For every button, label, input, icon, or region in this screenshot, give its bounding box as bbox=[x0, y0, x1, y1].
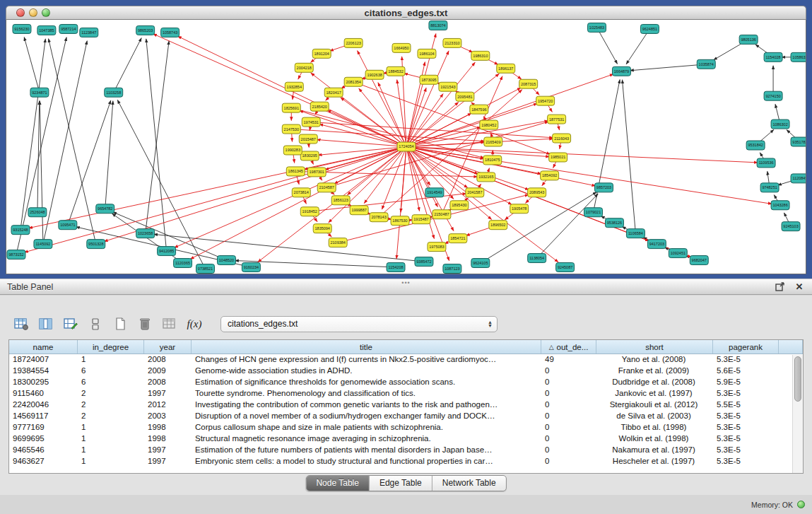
graph-node[interactable]: 1047385 bbox=[37, 25, 56, 35]
graph-edge[interactable] bbox=[153, 34, 406, 147]
scrollbar-thumb[interactable] bbox=[794, 356, 801, 402]
graph-node[interactable]: 1990283 bbox=[283, 146, 302, 155]
column-header-short[interactable]: short bbox=[596, 340, 713, 354]
graph-node[interactable]: 1103258 bbox=[105, 88, 123, 97]
table-cell[interactable]: 5.3E-5 bbox=[713, 388, 779, 399]
graph-node[interactable]: 1048520 bbox=[217, 256, 235, 265]
graph-node[interactable]: 1023658 bbox=[136, 229, 155, 238]
graph-node[interactable]: 2087315 bbox=[519, 79, 538, 88]
graph-edge[interactable] bbox=[175, 147, 406, 248]
table-cell[interactable]: Tibbo et al. (1998) bbox=[596, 422, 713, 433]
hub-node[interactable]: 1724054 bbox=[397, 142, 416, 151]
graph-node[interactable]: 2123310 bbox=[443, 38, 461, 47]
network-window-titlebar[interactable]: citations_edges.txt bbox=[6, 6, 806, 20]
graph-node[interactable]: 9865203 bbox=[136, 25, 155, 35]
function-builder-icon[interactable]: f(x) bbox=[184, 314, 204, 334]
table-cell[interactable]: Structural magnetic resonance image aver… bbox=[192, 433, 541, 445]
graph-node[interactable]: 9385472 bbox=[415, 257, 433, 267]
table-cell[interactable]: 1 bbox=[78, 456, 144, 467]
graph-edge[interactable] bbox=[364, 147, 406, 204]
table-row[interactable]: 946554611997Estimation of the future num… bbox=[9, 445, 803, 456]
zoom-window-button[interactable] bbox=[42, 8, 50, 17]
graph-node[interactable]: 1043286 bbox=[771, 201, 789, 210]
table-cell[interactable]: 5.3E-5 bbox=[713, 445, 779, 456]
table-row[interactable]: 1872400712008Changes of HCN gene express… bbox=[9, 354, 803, 366]
graph-node[interactable]: 1830295 bbox=[300, 151, 319, 160]
table-cell[interactable]: 5.3E-5 bbox=[713, 433, 779, 445]
graph-node[interactable]: 2015487 bbox=[299, 134, 317, 144]
table-cell[interactable]: 0 bbox=[541, 377, 596, 388]
graph-edge[interactable] bbox=[537, 194, 599, 258]
table-cell[interactable]: 6 bbox=[78, 366, 144, 377]
table-cell[interactable]: Nakamura et al. (1997) bbox=[596, 445, 713, 456]
graph-node[interactable]: 1854092 bbox=[541, 171, 559, 180]
graph-edge[interactable] bbox=[396, 147, 406, 259]
table-cell[interactable]: 1997 bbox=[144, 445, 192, 456]
table-row[interactable]: 2242004622012Investigating the contribut… bbox=[9, 399, 803, 411]
graph-node[interactable]: 1095471 bbox=[59, 221, 77, 230]
network-graph[interactable]: 1724054188453219026382081354182041721854… bbox=[6, 20, 806, 274]
table-cell[interactable]: Corpus callosum shape and size in male p… bbox=[192, 422, 541, 433]
graph-edge[interactable] bbox=[406, 147, 772, 204]
graph-edge[interactable] bbox=[406, 62, 475, 146]
table-cell[interactable]: Yano et al. (2008) bbox=[596, 354, 713, 366]
graph-node[interactable]: 9245087 bbox=[556, 263, 575, 272]
table-cell[interactable]: de Silva et al. (2003) bbox=[596, 411, 713, 422]
graph-node[interactable]: 2165409 bbox=[484, 137, 502, 146]
graph-edge[interactable] bbox=[40, 101, 43, 244]
table-cell[interactable]: 5.3E-5 bbox=[713, 354, 779, 366]
graph-node[interactable]: 1058743 bbox=[161, 28, 180, 37]
graph-node[interactable]: 9624851 bbox=[640, 24, 659, 33]
table-cell[interactable]: 22420046 bbox=[9, 399, 78, 411]
table-cell[interactable]: 2 bbox=[78, 399, 144, 411]
graph-node[interactable]: 1154208 bbox=[387, 263, 405, 272]
table-cell[interactable]: 0 bbox=[541, 366, 596, 377]
graph-node[interactable]: 1861345 bbox=[286, 167, 305, 176]
table-cell[interactable]: Dudbridge et al. (2008) bbox=[596, 377, 713, 388]
table-cell[interactable]: Stergiakouli et al. (2012) bbox=[596, 399, 713, 411]
table-cell[interactable]: 5.9E-5 bbox=[713, 377, 779, 388]
graph-node[interactable]: 1847596 bbox=[470, 105, 488, 114]
table-cell[interactable]: Jankovic et al. (1997) bbox=[596, 388, 713, 399]
graph-node[interactable]: 9654782 bbox=[96, 204, 114, 214]
graph-node[interactable]: 1891204 bbox=[312, 49, 331, 58]
graph-node[interactable]: 1087123 bbox=[443, 264, 461, 274]
column-header-pagerank[interactable]: pagerank bbox=[713, 340, 779, 354]
table-cell[interactable]: 2008 bbox=[144, 354, 192, 366]
table-cell[interactable]: 5.5E-5 bbox=[713, 399, 779, 411]
close-panel-icon[interactable]: ✕ bbox=[794, 281, 805, 293]
table-cell[interactable]: 19384554 bbox=[9, 366, 78, 377]
graph-node[interactable]: 9587214 bbox=[59, 24, 78, 33]
graph-node[interactable]: 2150487 bbox=[433, 210, 451, 219]
graph-node[interactable]: 1820417 bbox=[324, 88, 343, 97]
graph-node[interactable]: 1092451 bbox=[669, 249, 687, 258]
table-cell[interactable]: 5.3E-5 bbox=[713, 411, 779, 422]
table-cell[interactable]: 1 bbox=[78, 445, 144, 456]
graph-edge[interactable] bbox=[24, 37, 40, 92]
table-cell[interactable]: Changes of HCN gene expression and I(f) … bbox=[192, 354, 541, 366]
graph-node[interactable]: 1985021 bbox=[549, 153, 567, 162]
graph-edge[interactable] bbox=[114, 38, 141, 93]
network-table-select[interactable]: citations_edges.txt ▲▼ bbox=[220, 316, 498, 332]
table-cell[interactable]: 9699695 bbox=[9, 433, 78, 445]
table-cell[interactable]: 18300295 bbox=[9, 377, 78, 388]
table-cell[interactable]: 1997 bbox=[144, 456, 192, 467]
table-cell[interactable]: 5.3E-5 bbox=[713, 422, 779, 433]
graph-node[interactable]: 1120365 bbox=[174, 259, 192, 268]
table-cell[interactable]: 0 bbox=[541, 399, 596, 411]
table-cell[interactable]: 0 bbox=[541, 411, 596, 422]
graph-node[interactable]: 1980452 bbox=[480, 120, 498, 129]
table-options-icon[interactable] bbox=[11, 314, 31, 334]
table-cell[interactable]: Estimation of significance thresholds fo… bbox=[192, 377, 541, 388]
table-cell[interactable]: Embryonic stem cells: a model to study s… bbox=[192, 456, 541, 467]
graph-node[interactable]: 1123847 bbox=[80, 28, 98, 37]
graph-node[interactable]: 1987301 bbox=[307, 168, 326, 177]
graph-edge[interactable] bbox=[117, 100, 205, 269]
graph-node[interactable]: 1079021 bbox=[584, 208, 603, 217]
graph-edge[interactable] bbox=[626, 29, 649, 64]
table-cell[interactable]: 1998 bbox=[144, 433, 192, 445]
graph-node[interactable]: 2078143 bbox=[370, 213, 388, 222]
table-cell[interactable]: Tourette syndrome. Phenomenology and cla… bbox=[192, 388, 541, 399]
table-row[interactable]: 1938455462009Genome-wide association stu… bbox=[9, 366, 803, 377]
graph-edge[interactable] bbox=[597, 28, 618, 64]
